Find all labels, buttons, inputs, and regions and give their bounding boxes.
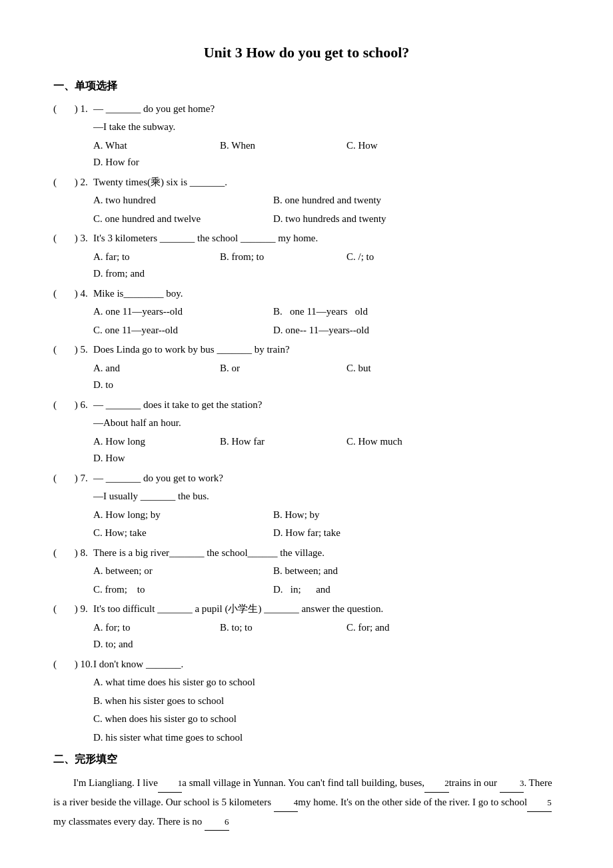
q8-options2: C. from; to D. in; and [93,581,560,599]
question-9: ( ) 9. It's too difficult _______ a pupi… [53,601,560,653]
q3-stem: It's 3 kilometers _______ the school ___… [93,230,560,247]
q9-paren: ( [53,601,72,618]
q8-stem: There is a big river_______ the school__… [93,545,560,562]
q6-optC: C. How much [346,433,466,451]
q4-num: ) 4. [72,285,93,303]
q3-options: A. far; to B. from; to C. /; to D. from;… [93,249,560,283]
question-5: ( ) 5. Does Linda go to work by bus ____… [53,341,560,394]
q10-paren: ( [53,656,72,673]
q1-optA: A. What [93,137,213,155]
q8-optA: A. between; or [93,563,267,580]
q7-paren: ( [53,470,72,487]
q10-optC: C. when does his sister go to school [93,711,560,728]
q10-num: ) 10. [72,656,93,673]
q5-stem: Does Linda go to work by bus _______ by … [93,341,560,359]
q7-options2: C. How; take D. How far; take [93,525,560,542]
question-8: ( ) 8. There is a big river_______ the s… [53,545,560,599]
q10-optA: A. what time does his sister go to schoo… [93,674,560,691]
q7-optB: B. How; by [273,507,446,524]
q6-num: ) 6. [72,397,93,414]
q6-options: A. How long B. How far C. How much D. Ho… [93,433,560,467]
q4-paren: ( [53,285,72,303]
blank-5: 5 [527,795,552,812]
q3-optD: D. from; and [93,265,213,283]
q5-optD: D. to [93,377,213,394]
q5-options: A. and B. or C. but D. to [93,360,560,394]
q2-optA: A. two hundred [93,192,267,209]
q3-optA: A. far; to [93,249,213,266]
question-4: ( ) 4. Mike is________ boy. A. one 11—ye… [53,285,560,339]
q2-optD: D. two hundreds and twenty [273,211,446,228]
q6-optB: B. How far [220,433,340,451]
q9-stem: It's too difficult _______ a pupil (小学生)… [93,601,560,618]
q10-stem: I don't know _______. [93,656,560,673]
q1-stem2: —I take the subway. [93,119,560,136]
q6-stem: — _______ does it take to get the statio… [93,397,560,414]
q1-optC: C. How [346,137,466,155]
question-10: ( ) 10. I don't know _______. A. what ti… [53,656,560,747]
q8-optB: B. between; and [273,563,446,580]
q9-options: A. for; to B. to; to C. for; and D. to; … [93,619,560,653]
question-7: ( ) 7. — _______ do you get to work? —I … [53,470,560,542]
q1-options: A. What B. When C. How D. How for [93,137,560,171]
q7-optC: C. How; take [93,525,267,542]
q1-optD: D. How for [93,154,213,171]
q3-optB: B. from; to [220,249,340,266]
q1-optB: B. When [220,137,340,155]
q4-options2: C. one 11—year--old D. one-- 11—years--o… [93,322,560,339]
q2-paren: ( [53,174,72,191]
q4-optA: A. one 11—years--old [93,303,267,321]
q10-optD: D. his sister what time goes to school [93,729,560,747]
q3-num: ) 3. [72,230,93,247]
q6-optA: A. How long [93,433,213,451]
q6-optD: D. How [93,450,213,467]
section2-title: 二、完形填空 [53,750,560,768]
question-2: ( ) 2. Twenty times(乘) six is _______. A… [53,174,560,228]
q2-options2: C. one hundred and twelve D. two hundred… [93,211,560,228]
passage: I'm Liangliang. I live1a small village i… [53,773,560,831]
q2-num: ) 2. [72,174,93,191]
q7-options: A. How long; by B. How; by [93,507,560,524]
q7-stem2: —I usually _______ the bus. [93,488,560,505]
q5-paren: ( [53,341,72,359]
q2-options: A. two hundred B. one hundred and twenty [93,192,560,209]
q2-stem: Twenty times(乘) six is _______. [93,174,560,191]
q5-optC: C. but [346,360,466,377]
q4-optB: B. one 11—years old [273,303,446,321]
q2-optB: B. one hundred and twenty [273,192,446,209]
blank-3: 3 [500,775,524,793]
q7-stem: — _______ do you get to work? [93,470,560,487]
q8-optD: D. in; and [273,581,446,599]
q8-paren: ( [53,545,72,562]
q8-options: A. between; or B. between; and [93,563,560,580]
q8-optC: C. from; to [93,581,267,599]
q3-paren: ( [53,230,72,247]
q1-paren: ( [53,101,72,118]
q2-optC: C. one hundred and twelve [93,211,267,228]
q4-optD: D. one-- 11—years--old [273,322,446,339]
q1-stem: — _______ do you get home? [93,101,560,118]
page-title: Unit 3 How do you get to school? [53,40,560,65]
q5-num: ) 5. [72,341,93,359]
blank-6: 6 [205,814,229,831]
q9-num: ) 9. [72,601,93,618]
q8-num: ) 8. [72,545,93,562]
q9-optB: B. to; to [220,619,340,637]
q3-optC: C. /; to [346,249,466,266]
q10-optB: B. when his sister goes to school [93,693,560,710]
q6-stem2: —About half an hour. [93,415,560,432]
q7-optA: A. How long; by [93,507,267,524]
q7-optD: D. How far; take [273,525,446,542]
q9-optA: A. for; to [93,619,213,637]
blank-2: 2 [424,775,449,793]
q9-optD: D. to; and [93,636,213,653]
question-1: ( ) 1. — _______ do you get home? —I tak… [53,101,560,171]
question-3: ( ) 3. It's 3 kilometers _______ the sch… [53,230,560,283]
q5-optB: B. or [220,360,340,377]
q4-stem: Mike is________ boy. [93,285,560,303]
q5-optA: A. and [93,360,213,377]
blank-1: 1 [158,775,183,793]
question-6: ( ) 6. — _______ does it take to get the… [53,397,560,467]
q4-optC: C. one 11—year--old [93,322,267,339]
section1-title: 一、单项选择 [53,77,560,95]
